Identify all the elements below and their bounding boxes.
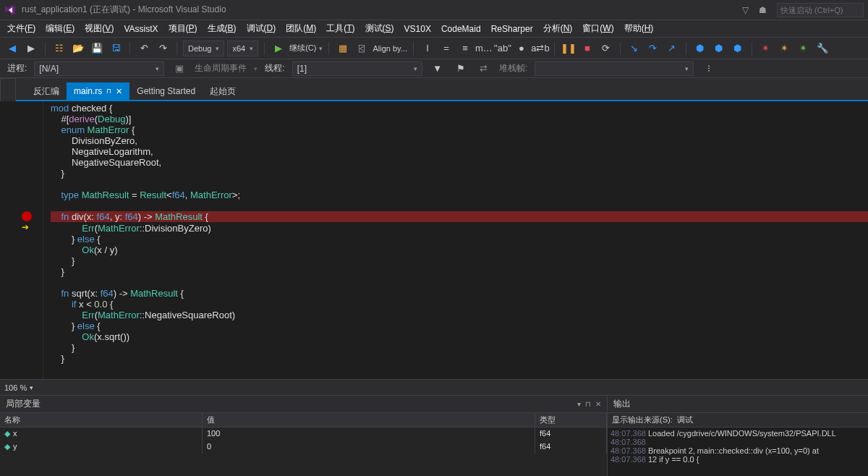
- stop-icon[interactable]: ■: [579, 41, 595, 56]
- m-icon[interactable]: m…: [476, 41, 492, 56]
- window-title: rust_application1 (正在调试) - Microsoft Vis…: [22, 4, 742, 16]
- ext-d-icon[interactable]: 🔧: [814, 41, 830, 56]
- menu-item[interactable]: CodeMaid: [441, 24, 481, 34]
- platform-select[interactable]: x64▾: [227, 41, 258, 56]
- thread-select[interactable]: [1]▾: [292, 61, 422, 76]
- tool-c-icon[interactable]: ⬢: [730, 41, 746, 56]
- lifecycle-label: 生命周期事件: [195, 62, 247, 75]
- process-select[interactable]: [N/A]▾: [34, 61, 164, 76]
- output-source-select[interactable]: 调试: [677, 415, 693, 425]
- menu-item[interactable]: VAssistX: [124, 24, 158, 34]
- process-label: 进程:: [7, 62, 27, 75]
- zoom-bar: 106 % ▾: [0, 379, 868, 395]
- editor-tabstrip: 服务器资源管理器 反汇编main.rs⊓✕Getting Started起始页: [0, 78, 868, 100]
- code-editor[interactable]: mod checked { #[derive(Debug)] enum Math…: [43, 101, 868, 379]
- quote-icon[interactable]: "ab": [495, 41, 511, 56]
- col-type-header[interactable]: 类型: [535, 413, 607, 427]
- step-into-icon[interactable]: ↘: [626, 41, 642, 56]
- flag-icon[interactable]: ⚑: [453, 61, 469, 77]
- menubar: 文件(F)编辑(E)视图(V)VAssistX项目(P)生成(B)调试(D)团队…: [0, 20, 868, 38]
- locals-panel: 局部变量 ▾ ⊓ ✕ 名称 值 类型 ◆x100f64◆y0f64: [0, 396, 608, 476]
- thread-label: 线程:: [265, 62, 284, 75]
- stackframe-select[interactable]: ▾: [535, 61, 694, 76]
- quick-launch-input[interactable]: [777, 3, 864, 17]
- menu-item[interactable]: 团队(M): [286, 22, 316, 35]
- ext-b-icon[interactable]: ✴: [777, 41, 793, 56]
- locals-title: 局部变量: [6, 398, 41, 410]
- config-select[interactable]: Debug▾: [183, 41, 224, 56]
- menu-item[interactable]: 分析(N): [543, 22, 573, 35]
- step-over-icon[interactable]: ↷: [645, 41, 661, 56]
- swap-icon[interactable]: ⇄: [476, 61, 492, 77]
- dot-icon[interactable]: ●: [514, 41, 529, 56]
- main-toolbar: ◀ ▶ ☷ 📂 💾 🖫 ↶ ↷ Debug▾ x64▾ ▶ 继续(C) ▾ ▦ …: [0, 38, 868, 59]
- pin-icon[interactable]: ⊓: [106, 88, 111, 95]
- zoom-level[interactable]: 106 %: [4, 383, 27, 392]
- editor-tab[interactable]: 反汇编: [26, 82, 67, 100]
- menu-item[interactable]: 生成(B): [208, 22, 237, 35]
- menu-item[interactable]: VS10X: [404, 24, 431, 34]
- nav-back-icon[interactable]: ◀: [4, 41, 20, 56]
- menu-item[interactable]: 调试(D): [247, 22, 276, 35]
- zoom-arrow-icon[interactable]: ▾: [30, 384, 33, 391]
- tool-b-icon[interactable]: ⬢: [711, 41, 727, 56]
- close-icon[interactable]: ✕: [595, 400, 601, 408]
- col-name-header[interactable]: 名称: [0, 413, 203, 427]
- menu-item[interactable]: 窗口(W): [582, 22, 613, 35]
- pin-icon[interactable]: ⊓: [585, 400, 591, 408]
- ext-a-icon[interactable]: ✴: [758, 41, 774, 56]
- save-all-icon[interactable]: 🖫: [108, 41, 124, 56]
- open-icon[interactable]: 📂: [70, 41, 86, 56]
- editor-gutter[interactable]: ➔: [0, 101, 43, 379]
- output-body[interactable]: 48:07.368 Loaded /cygdrive/c/WINDOWS/sys…: [608, 428, 868, 476]
- feedback-icon[interactable]: ☗: [759, 5, 767, 15]
- continue-button[interactable]: 继续(C): [289, 43, 316, 54]
- editor-tab[interactable]: 起始页: [203, 82, 243, 100]
- bottom-panels: 局部变量 ▾ ⊓ ✕ 名称 值 类型 ◆x100f64◆y0f64 输出 显示输…: [0, 395, 868, 476]
- align-by-button[interactable]: Align by...: [373, 44, 407, 53]
- menu-item[interactable]: 帮助(H): [624, 22, 654, 35]
- redo-icon[interactable]: ↷: [155, 41, 171, 56]
- tool-icon-2[interactable]: ⍃: [354, 41, 370, 56]
- nav-fwd-icon[interactable]: ▶: [23, 41, 39, 56]
- editor-area: ➔ mod checked { #[derive(Debug)] enum Ma…: [0, 101, 868, 379]
- filter-icon[interactable]: ▼: [430, 61, 446, 77]
- eq-icon[interactable]: =: [438, 41, 454, 56]
- menu-item[interactable]: 工具(T): [326, 22, 354, 35]
- editor-tab[interactable]: main.rs⊓✕: [67, 82, 129, 100]
- locals-row[interactable]: ◆x100f64: [0, 428, 607, 441]
- ab-icon[interactable]: a⇄b: [532, 41, 548, 56]
- col-value-header[interactable]: 值: [203, 413, 535, 427]
- i-icon[interactable]: I: [420, 41, 435, 56]
- close-icon[interactable]: ✕: [116, 87, 122, 96]
- eq2-icon[interactable]: ≡: [457, 41, 473, 56]
- titlebar: rust_application1 (正在调试) - Microsoft Vis…: [0, 0, 868, 20]
- menu-item[interactable]: 文件(F): [7, 22, 35, 35]
- continue-icon[interactable]: ▶: [271, 41, 286, 56]
- menu-item[interactable]: 视图(V): [85, 22, 114, 35]
- ext-c-icon[interactable]: ✴: [796, 41, 812, 56]
- breakpoint-marker[interactable]: [22, 211, 32, 221]
- stackframe-label: 堆栈帧:: [499, 62, 527, 75]
- locals-row[interactable]: ◆y0f64: [0, 441, 607, 454]
- menu-item[interactable]: 编辑(E): [46, 22, 75, 35]
- undo-icon[interactable]: ↶: [136, 41, 152, 56]
- new-project-icon[interactable]: ☷: [51, 41, 67, 56]
- tool-a-icon[interactable]: ⬢: [692, 41, 708, 56]
- more-icon[interactable]: ⁝: [701, 61, 717, 77]
- vs-logo-icon: [4, 4, 16, 16]
- menu-item[interactable]: 测试(S): [365, 22, 394, 35]
- output-panel: 输出 显示输出来源(S): 调试 48:07.368 Loaded /cygdr…: [608, 396, 868, 476]
- restart-icon[interactable]: ⟳: [598, 41, 614, 56]
- save-icon[interactable]: 💾: [89, 41, 105, 56]
- pause-icon[interactable]: ❚❚: [561, 41, 576, 56]
- step-out-icon[interactable]: ↗: [664, 41, 680, 56]
- notification-icon[interactable]: ▽: [742, 5, 749, 15]
- menu-item[interactable]: 项目(P): [169, 22, 197, 35]
- autohide-icon[interactable]: ▾: [577, 400, 581, 408]
- output-source-label: 显示输出来源(S):: [612, 415, 673, 425]
- menu-item[interactable]: ReSharper: [491, 24, 533, 34]
- lifecycle-icon[interactable]: ▣: [171, 61, 187, 77]
- tool-icon-1[interactable]: ▦: [335, 41, 351, 56]
- editor-tab[interactable]: Getting Started: [129, 82, 203, 100]
